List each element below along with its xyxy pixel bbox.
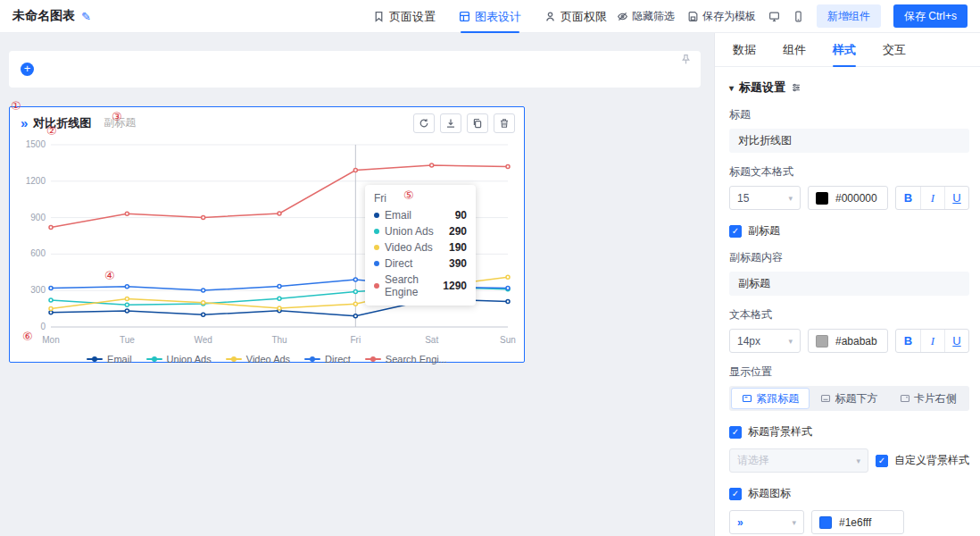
design-icon <box>459 11 470 22</box>
title-bg-checkbox[interactable]: ✓ <box>729 426 742 439</box>
chevron-down-icon: ▾ <box>788 337 793 346</box>
save-as-template-button[interactable]: 保存为模板 <box>687 9 756 24</box>
title-icon-select[interactable]: » ▾ <box>729 510 804 534</box>
panel-body: ▾ 标题设置 标题 对比折线图 标题文本格式 15 ▾ #000000 <box>715 67 980 536</box>
legend-marker-icon <box>304 358 320 360</box>
bookmark-icon <box>373 11 385 22</box>
title-icon-checkbox[interactable]: ✓ <box>729 488 742 500</box>
hide-filter-button[interactable]: 隐藏筛选 <box>617 9 675 24</box>
bg-style-select[interactable]: 请选择 ▾ <box>729 448 868 473</box>
svg-text:Tue: Tue <box>120 335 135 345</box>
add-filter-button[interactable]: + <box>21 63 34 76</box>
font-size-value: 14px <box>737 335 760 348</box>
bold-button[interactable]: B <box>896 187 920 209</box>
pin-icon[interactable] <box>680 53 692 69</box>
panel-tab-component[interactable]: 组件 <box>783 33 806 67</box>
underline-button[interactable]: U <box>944 330 968 352</box>
position-label: 显示位置 <box>729 364 969 380</box>
chart-card[interactable]: » 对比折线图 副标题 <box>9 106 525 363</box>
tab-page-permission[interactable]: 页面权限 <box>544 0 607 33</box>
legend-item[interactable]: Union Ads <box>146 354 212 364</box>
annotation-5: ⑤ <box>403 188 414 202</box>
main: + » 对比折线图 副标题 <box>0 33 980 536</box>
check-icon: ✓ <box>878 456 885 465</box>
collapse-icon: ▾ <box>729 83 734 93</box>
color-hex: #000000 <box>835 192 877 205</box>
subtitle-checkbox-label: 副标题 <box>748 223 780 239</box>
tab-chart-design[interactable]: 图表设计 <box>459 0 521 33</box>
subtitle-color-picker[interactable]: #ababab <box>808 329 888 353</box>
mobile-preview-button[interactable] <box>793 11 804 22</box>
annotation-3: ③ <box>112 110 122 123</box>
section-title: 标题设置 <box>739 80 785 96</box>
title-color-picker[interactable]: #000000 <box>808 186 888 210</box>
annotation-6: ⑥ <box>22 330 33 343</box>
tooltip-series-name: Union Ads <box>385 225 434 238</box>
save-as-template-label: 保存为模板 <box>702 9 756 24</box>
color-hex: #ababab <box>835 335 877 348</box>
title-label: 标题 <box>729 107 969 122</box>
page-title: 未命名图表 <box>12 8 75 24</box>
legend-item[interactable]: Email <box>87 354 132 364</box>
italic-button[interactable]: I <box>920 330 944 352</box>
refresh-icon <box>419 118 429 129</box>
panel-tab-data[interactable]: 数据 <box>733 33 756 67</box>
position-option-card-right[interactable]: 卡片右侧 <box>889 388 968 409</box>
save-button[interactable]: 保存 Ctrl+s <box>893 4 968 28</box>
tab-page-settings[interactable]: 页面设置 <box>373 0 436 33</box>
hide-filter-label: 隐藏筛选 <box>632 9 675 24</box>
subtitle-font-size-select[interactable]: 14px ▾ <box>729 329 801 353</box>
color-swatch <box>816 192 828 205</box>
panel-tab-style[interactable]: 样式 <box>833 33 856 67</box>
download-button[interactable] <box>440 113 461 133</box>
chart-toolbar <box>413 113 515 133</box>
legend-item[interactable]: Direct <box>304 354 351 364</box>
tooltip-series-value: 190 <box>449 241 467 254</box>
svg-text:Wed: Wed <box>194 335 212 345</box>
title-settings-section[interactable]: ▾ 标题设置 <box>729 80 969 96</box>
trash-icon <box>499 118 510 129</box>
position-segmented: 紧跟标题 标题下方 卡片右侧 <box>729 386 969 411</box>
title-bg-checkbox-label: 标题背景样式 <box>748 424 812 440</box>
position-option-below-title[interactable]: 标题下方 <box>810 388 888 409</box>
legend-label: Search Engi... <box>386 354 447 364</box>
title-font-size-select[interactable]: 15 ▾ <box>729 186 801 210</box>
underline-button[interactable]: U <box>944 187 968 209</box>
check-icon: ✓ <box>732 427 739 437</box>
refresh-button[interactable] <box>413 113 435 133</box>
icon-color-picker[interactable]: #1e6fff <box>811 510 904 534</box>
color-swatch <box>816 335 828 348</box>
legend-item[interactable]: Video Ads <box>226 354 290 364</box>
custom-bg-checkbox-label: 自定义背景样式 <box>894 453 969 468</box>
add-component-button[interactable]: 新增组件 <box>817 4 881 28</box>
canvas: + » 对比折线图 副标题 <box>0 33 714 536</box>
desktop-preview-button[interactable] <box>768 11 780 22</box>
title-input[interactable]: 对比折线图 <box>729 129 969 153</box>
section-settings-icon <box>791 82 801 93</box>
tooltip-series-name: Search Engine <box>385 273 437 298</box>
chevron-down-icon: ▾ <box>788 194 793 203</box>
subtitle-checkbox[interactable]: ✓ <box>729 225 742 238</box>
topbar-tabs: 页面设置 图表设计 页面权限 <box>373 0 607 33</box>
tab-label: 页面设置 <box>389 9 436 25</box>
legend-item[interactable]: Search Engi... <box>365 354 447 364</box>
svg-text:Mon: Mon <box>42 335 59 345</box>
bold-button[interactable]: B <box>896 330 920 352</box>
delete-button[interactable] <box>494 113 515 133</box>
subtitle-input[interactable]: 副标题 <box>729 272 969 296</box>
copy-button[interactable] <box>467 113 488 133</box>
svg-text:Fri: Fri <box>350 335 361 345</box>
custom-bg-checkbox[interactable]: ✓ <box>876 455 888 467</box>
panel-tab-interaction[interactable]: 交互 <box>883 33 906 67</box>
tooltip-rows: Email90Union Ads290Video Ads190Direct390… <box>374 209 467 298</box>
position-option-follow-title[interactable]: 紧跟标题 <box>731 388 810 409</box>
title-biu-group: B I U <box>895 186 969 210</box>
style-panel: 数据 组件 样式 交互 ▾ 标题设置 标题 对比折线图 标题文本格式 15 ▾ <box>714 33 980 536</box>
annotation-4: ④ <box>104 269 115 282</box>
edit-title-icon[interactable]: ✎ <box>81 10 91 23</box>
legend-marker-icon <box>365 358 381 360</box>
italic-button[interactable]: I <box>920 187 944 209</box>
chart-title: 对比折线图 <box>33 115 91 131</box>
chart-tooltip: Fri Email90Union Ads290Video Ads190Direc… <box>365 185 476 306</box>
monitor-icon <box>768 11 780 22</box>
